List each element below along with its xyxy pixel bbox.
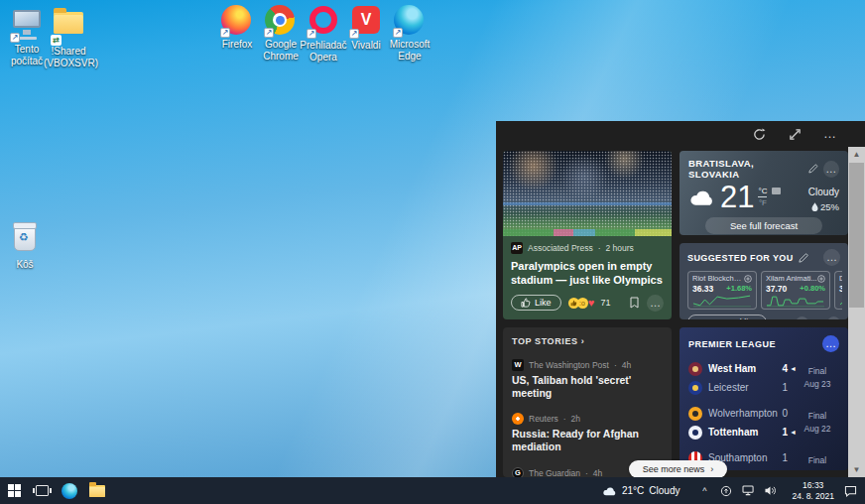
panel-scrollbar[interactable]: ▲ ▼: [848, 147, 865, 477]
story-item[interactable]: Reuters · 2h Russia: Ready for Afghan me…: [512, 413, 663, 453]
clock-time: 16:33: [792, 480, 834, 491]
stock-sparkline: [766, 294, 825, 308]
stocks-prev-icon[interactable]: ‹: [796, 316, 808, 320]
taskbar-weather-button[interactable]: 21°C Cloudy: [591, 477, 690, 504]
expand-icon[interactable]: [788, 127, 802, 141]
add-stock-icon[interactable]: [817, 275, 825, 283]
taskbar-explorer-button[interactable]: [83, 477, 111, 504]
reaction-count: 71: [601, 298, 611, 308]
match-date: Aug 22: [804, 467, 831, 470]
scroll-down-icon[interactable]: ▼: [848, 462, 865, 477]
stocks-more-icon[interactable]: …: [823, 249, 840, 266]
team-score: 1: [782, 382, 788, 393]
desktop-icon-edge[interactable]: ↗ Microsoft Edge: [385, 5, 434, 62]
stock-tile[interactable]: Xilam Animati... 37.70+0.80%: [761, 271, 830, 310]
firefox-icon: ↗: [221, 5, 253, 37]
news-more-icon[interactable]: …: [647, 295, 664, 312]
reuters-logo-icon: [512, 413, 524, 425]
chrome-icon: ↗: [265, 5, 297, 37]
news-widgets-panel: … AP Associated Press · 2 hours Paralymp…: [496, 121, 865, 477]
taskbar-weather-temp: 21°C: [622, 485, 644, 496]
stocks-next-icon[interactable]: ›: [827, 316, 840, 320]
stock-tile[interactable]: Riot Blockchai... 36.33+1.68%: [687, 271, 757, 310]
desktop-icon-firefox[interactable]: ↗ Firefox: [212, 5, 262, 51]
news-headline[interactable]: Paralympics open in empty stadium — just…: [511, 259, 664, 288]
match-status: Final: [808, 410, 826, 423]
team-name: Tottenham: [708, 427, 758, 438]
match-row[interactable]: Wolverhampton 0 Tottenham 1 ◄ Final: [688, 404, 839, 441]
thumbs-up-icon: [521, 298, 531, 308]
scrollbar-thumb[interactable]: [849, 163, 864, 308]
story-item[interactable]: W The Washington Post · 4h US, Taliban h…: [512, 359, 663, 400]
vivaldi-icon: V ↗: [350, 6, 382, 38]
team-name: Wolverhampton: [708, 408, 778, 419]
panel-more-icon[interactable]: …: [823, 131, 837, 137]
network-icon[interactable]: [738, 477, 758, 504]
chevron-right-icon: ›: [710, 464, 713, 474]
stock-name: Xilam Animati...: [766, 274, 817, 283]
shortcut-arrow-icon: ↗: [349, 29, 359, 39]
taskbar: 21°C Cloudy ^ 16:33 24. 8. 2021: [0, 477, 865, 504]
edit-location-icon[interactable]: [808, 164, 818, 174]
add-stock-icon[interactable]: [744, 275, 752, 283]
shared-folder-icon: ⇄: [53, 12, 84, 44]
weather-temperature: 21: [720, 182, 754, 212]
bookmark-icon[interactable]: [629, 297, 640, 309]
edge-icon: ↗: [394, 5, 426, 37]
fahrenheit-toggle[interactable]: °F: [759, 197, 767, 207]
task-view-button[interactable]: [28, 477, 56, 504]
refresh-icon[interactable]: [752, 127, 766, 141]
desktop-icon-recycle-bin[interactable]: ♻ Kôš: [0, 222, 50, 271]
weather-card[interactable]: BRATISLAVA, SLOVAKIA … 21 °C °F Cloudy: [680, 151, 848, 235]
chevron-right-icon: ›: [581, 336, 585, 346]
sports-more-icon[interactable]: …: [822, 335, 839, 352]
desktop: ↗ Tento počítač ⇄ !Shared (VBOXSVR) ↗ Fi…: [0, 0, 865, 504]
stock-price: 36.33: [692, 284, 713, 294]
desktop-icon-label: Microsoft Edge: [385, 39, 434, 62]
panel-right-column: BRATISLAVA, SLOVAKIA … 21 °C °F Cloudy: [680, 151, 848, 470]
go-to-watchlist-button[interactable]: Go to watchlist: [687, 315, 767, 319]
volume-icon[interactable]: [760, 477, 780, 504]
desktop-icon-shared-folder[interactable]: ⇄ !Shared (VBOXSVR): [44, 6, 93, 68]
like-button[interactable]: Like: [511, 295, 561, 311]
match-date: Aug 22: [804, 423, 831, 436]
celsius-toggle[interactable]: °C: [758, 187, 767, 197]
team-score: 1: [782, 452, 788, 463]
stock-name: Riot Blockchai...: [692, 274, 744, 283]
start-button[interactable]: [0, 477, 28, 504]
weather-more-icon[interactable]: …: [823, 161, 839, 178]
weather-condition: Cloudy: [808, 187, 839, 197]
recycle-symbol-icon: ♻: [19, 232, 29, 243]
team-name: Leicester: [708, 382, 749, 393]
scroll-up-icon[interactable]: ▲: [848, 147, 865, 162]
shortcut-arrow-icon: ↗: [264, 28, 274, 38]
taskbar-edge-button[interactable]: [56, 477, 83, 504]
action-center-icon[interactable]: [844, 485, 857, 497]
shortcut-arrow-icon: ↗: [220, 28, 230, 38]
taskbar-clock[interactable]: 16:33 24. 8. 2021: [784, 480, 842, 501]
team-score: 4: [782, 363, 788, 374]
news-photo: [503, 151, 672, 236]
update-icon[interactable]: [716, 477, 736, 504]
story-source: The Washington Post: [529, 360, 609, 370]
task-view-icon: [36, 485, 49, 496]
tray-chevron-icon[interactable]: ^: [694, 477, 714, 504]
cloud-icon: [688, 189, 715, 206]
match-row[interactable]: West Ham 4 ◄ Leicester 1 Final: [688, 359, 839, 397]
see-more-news-button[interactable]: See more news ›: [629, 460, 727, 478]
weather-location: BRATISLAVA, SLOVAKIA: [688, 158, 803, 180]
shortcut-arrow-icon: ↗: [10, 33, 20, 43]
team-name: West Ham: [708, 363, 756, 374]
stock-tile[interactable]: DOW 35,38: [834, 271, 842, 310]
edit-watchlist-icon[interactable]: [799, 253, 808, 263]
desktop-icon-vivaldi[interactable]: V ↗ Vivaldi: [341, 5, 391, 52]
system-tray: ^: [690, 477, 784, 504]
story-source: Reuters: [529, 414, 558, 424]
match-date: Aug 23: [804, 378, 831, 391]
news-card[interactable]: AP Associated Press · 2 hours Paralympic…: [503, 151, 672, 319]
guardian-logo-icon: G: [512, 467, 524, 478]
top-stories-header[interactable]: TOP STORIES ›: [512, 336, 663, 346]
see-full-forecast-button[interactable]: See full forecast: [705, 217, 822, 234]
stock-price: 37.70: [766, 284, 787, 294]
opera-icon: ↗: [308, 6, 339, 38]
